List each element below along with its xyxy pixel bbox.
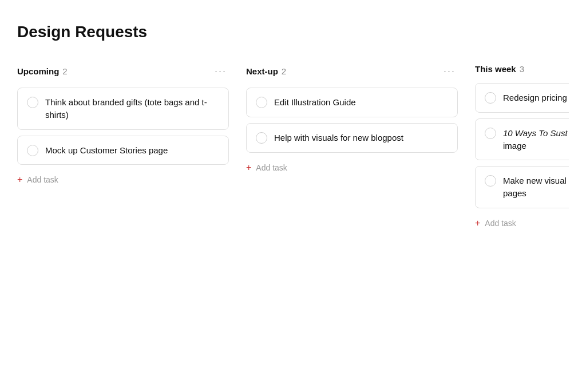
column-title-wrap: Next-up 2 [246, 66, 286, 76]
add-task-button-this-week[interactable]: + Add task [475, 214, 516, 232]
column-next-up: Next-up 2 ··· Edit Illustration Guide He… [246, 64, 475, 177]
task-card[interactable]: Redesign pricing [475, 83, 569, 113]
task-text: Mock up Customer Stories page [45, 144, 168, 157]
task-card[interactable]: 10 Ways To Sustimage [475, 118, 569, 161]
task-checkbox[interactable] [256, 132, 267, 144]
kanban-board: Upcoming 2 ··· Think about branded gifts… [17, 64, 569, 232]
more-button-next-up[interactable]: ··· [441, 64, 458, 78]
task-checkbox[interactable] [485, 175, 496, 187]
task-text: Edit Illustration Guide [274, 96, 356, 109]
add-task-label: Add task [27, 175, 58, 184]
column-this-week: This week 3 Redesign pricing 10 Ways To … [475, 64, 569, 232]
column-count-this-week: 3 [520, 64, 524, 74]
task-card[interactable]: Think about branded gifts (tote bags and… [17, 88, 229, 130]
task-text: 10 Ways To Sustimage [503, 127, 568, 152]
column-title-upcoming: Upcoming [17, 66, 59, 76]
task-checkbox[interactable] [485, 128, 496, 139]
task-card[interactable]: Help with visuals for new blogpost [246, 123, 458, 153]
column-title-wrap: This week 3 [475, 64, 524, 74]
plus-icon: + [17, 175, 22, 184]
add-task-label: Add task [256, 163, 287, 172]
more-button-upcoming[interactable]: ··· [212, 64, 229, 78]
task-text: Think about branded gifts (tote bags and… [45, 96, 219, 121]
column-upcoming: Upcoming 2 ··· Think about branded gifts… [17, 64, 246, 189]
task-card[interactable]: Edit Illustration Guide [246, 88, 458, 117]
column-title-wrap: Upcoming 2 [17, 66, 68, 76]
plus-icon: + [246, 163, 251, 172]
task-text: Help with visuals for new blogpost [274, 132, 403, 144]
column-title-this-week: This week [475, 64, 516, 74]
add-task-button-next-up[interactable]: + Add task [246, 159, 287, 177]
task-checkbox[interactable] [256, 97, 267, 108]
task-card[interactable]: Make new visual pages [475, 166, 569, 208]
column-header-this-week: This week 3 [475, 64, 569, 74]
task-checkbox[interactable] [27, 97, 38, 108]
plus-icon: + [475, 219, 480, 228]
add-task-label: Add task [485, 219, 516, 228]
task-checkbox[interactable] [485, 92, 496, 104]
column-title-next-up: Next-up [246, 66, 278, 76]
task-text: Redesign pricing [503, 92, 567, 104]
page-title: Design Requests [17, 23, 569, 41]
task-checkbox[interactable] [27, 145, 38, 156]
task-card[interactable]: Mock up Customer Stories page [17, 136, 229, 165]
add-task-button-upcoming[interactable]: + Add task [17, 171, 58, 189]
column-count-next-up: 2 [282, 66, 286, 76]
column-header-next-up: Next-up 2 ··· [246, 64, 458, 78]
task-text: Make new visual pages [503, 175, 569, 200]
column-header-upcoming: Upcoming 2 ··· [17, 64, 229, 78]
column-count-upcoming: 2 [62, 66, 67, 76]
